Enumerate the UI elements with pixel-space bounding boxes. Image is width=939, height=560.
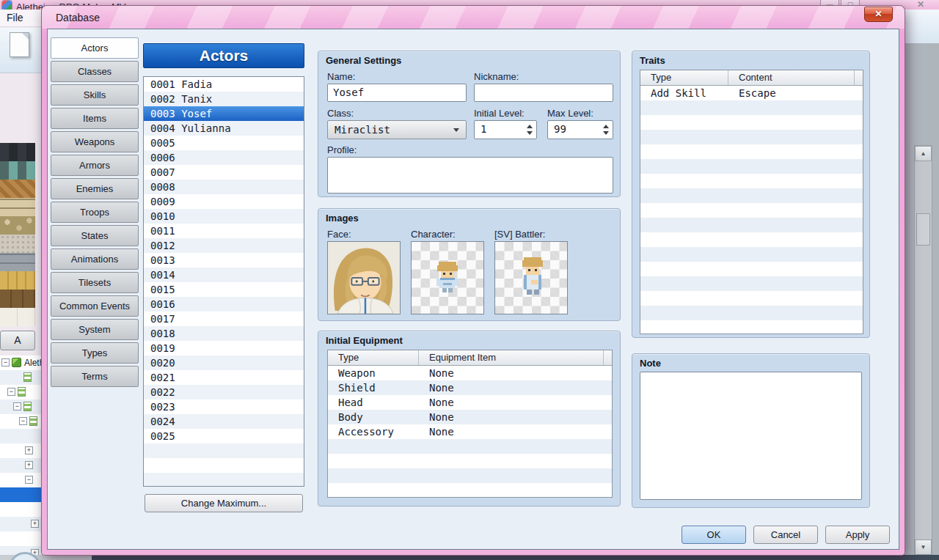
ok-button[interactable]: OK <box>682 526 746 544</box>
list-item[interactable]: 0012 <box>144 238 304 253</box>
table-row[interactable]: BodyNone <box>328 410 612 424</box>
tab-items[interactable]: Items <box>51 108 139 129</box>
tree-item[interactable] <box>0 370 42 385</box>
list-item[interactable]: 0020 <box>144 355 304 370</box>
tree-item[interactable]: − <box>0 473 42 487</box>
palette-tile-cobblestone[interactable] <box>0 216 35 235</box>
list-item[interactable]: 0023 <box>144 399 304 414</box>
collapse-icon[interactable]: − <box>25 476 33 484</box>
table-row[interactable]: WeaponNone <box>328 366 612 380</box>
list-item[interactable]: 0002 Tanix <box>144 92 304 106</box>
dialog-close-button[interactable]: ✕ <box>864 7 893 22</box>
table-row-empty[interactable] <box>640 188 863 203</box>
column-header[interactable]: Equipment Item <box>419 350 604 365</box>
palette-tile-stone-path[interactable] <box>0 198 35 216</box>
name-field[interactable]: Yosef <box>327 84 467 102</box>
list-item[interactable]: 0021 <box>144 370 304 385</box>
tab-armors[interactable]: Armors <box>51 155 139 176</box>
table-row-empty[interactable] <box>640 100 863 115</box>
close-icon[interactable]: ✕ <box>910 0 932 10</box>
palette-tile-gray-brick[interactable] <box>0 253 35 271</box>
tab-actors[interactable]: Actors <box>51 37 139 59</box>
spin-down-icon[interactable] <box>603 131 609 135</box>
tree-item[interactable]: + <box>0 458 42 473</box>
new-project-icon[interactable] <box>10 32 29 57</box>
face-image[interactable] <box>327 241 401 314</box>
table-row[interactable]: ShieldNone <box>328 380 612 395</box>
palette-tile-yellow-plank[interactable] <box>0 271 35 290</box>
table-row-empty[interactable] <box>640 115 863 130</box>
collapse-icon[interactable]: − <box>19 417 27 425</box>
expand-icon[interactable]: + <box>31 520 39 528</box>
nickname-field[interactable] <box>474 84 613 102</box>
scrollbar-thumb[interactable] <box>916 213 930 246</box>
tab-tilesets[interactable]: Tilesets <box>51 272 139 293</box>
table-row-empty[interactable] <box>640 174 863 188</box>
list-item[interactable]: 0016 <box>144 297 304 312</box>
list-item-empty[interactable] <box>144 443 304 458</box>
palette-tab-a[interactable]: A <box>0 331 35 350</box>
tab-animations[interactable]: Animations <box>51 248 139 270</box>
list-item[interactable]: 0003 Yosef <box>144 106 304 121</box>
table-row-empty[interactable] <box>328 439 612 454</box>
palette-tile-gravel[interactable] <box>0 235 35 253</box>
list-item[interactable]: 0022 <box>144 385 304 399</box>
list-item[interactable]: 0024 <box>144 414 304 429</box>
palette-tile-teal-stone[interactable] <box>0 161 35 180</box>
sv-battler-image[interactable] <box>494 241 568 314</box>
table-row-empty[interactable] <box>640 320 863 334</box>
table-row-empty[interactable] <box>640 130 863 144</box>
tileset-palette[interactable] <box>0 143 35 326</box>
list-item[interactable]: 0010 <box>144 209 304 224</box>
list-item-empty[interactable] <box>144 473 304 487</box>
tree-item[interactable] <box>0 429 42 443</box>
max-level-stepper[interactable]: 99 <box>547 120 613 139</box>
list-item[interactable]: 0025 <box>144 429 304 443</box>
tab-types[interactable]: Types <box>51 342 139 364</box>
tree-item[interactable]: −Aletheia <box>0 355 42 370</box>
column-header[interactable]: Type <box>640 70 728 85</box>
tree-item[interactable]: + <box>0 443 42 458</box>
expand-icon[interactable]: + <box>25 446 33 454</box>
list-item[interactable]: 0013 <box>144 253 304 268</box>
list-item[interactable]: 0018 <box>144 326 304 341</box>
collapse-icon[interactable]: − <box>1 358 10 366</box>
table-row-empty[interactable] <box>640 232 863 247</box>
table-row-empty[interactable] <box>640 159 863 174</box>
tree-item[interactable] <box>0 487 42 502</box>
table-row-empty[interactable] <box>328 468 612 483</box>
map-scrollbar[interactable]: ▲ ▼ <box>914 145 932 556</box>
palette-tile-dark-wood[interactable] <box>0 290 35 308</box>
table-row-empty[interactable] <box>328 454 612 468</box>
list-item[interactable]: 0006 <box>144 150 304 165</box>
list-item-empty[interactable] <box>144 458 304 473</box>
collapse-icon[interactable]: − <box>7 388 15 396</box>
table-row-empty[interactable] <box>640 218 863 232</box>
column-header[interactable]: Type <box>328 350 419 365</box>
list-item[interactable]: 0007 <box>144 165 304 180</box>
list-item[interactable]: 0009 <box>144 194 304 209</box>
cancel-button[interactable]: Cancel <box>753 526 818 544</box>
tree-item[interactable]: + <box>0 517 42 531</box>
scroll-down-icon[interactable]: ▼ <box>915 539 932 555</box>
column-header[interactable]: Content <box>728 70 855 85</box>
tab-enemies[interactable]: Enemies <box>51 178 139 199</box>
scroll-up-icon[interactable]: ▲ <box>915 146 932 161</box>
table-row-empty[interactable] <box>640 262 863 276</box>
tab-weapons[interactable]: Weapons <box>51 131 139 152</box>
tab-classes[interactable]: Classes <box>51 61 139 82</box>
list-item[interactable]: 0008 <box>144 180 304 194</box>
tab-common-events[interactable]: Common Events <box>51 295 139 317</box>
table-row-empty[interactable] <box>640 203 863 218</box>
list-item[interactable]: 0011 <box>144 224 304 238</box>
tree-item[interactable]: − <box>0 385 42 399</box>
list-item[interactable]: 0004 Yulianna <box>144 121 304 136</box>
tree-item[interactable] <box>0 531 42 546</box>
list-item[interactable]: 0015 <box>144 282 304 297</box>
change-maximum-button[interactable]: Change Maximum... <box>145 494 303 512</box>
list-item[interactable]: 0005 <box>144 136 304 150</box>
table-row-empty[interactable] <box>640 247 863 262</box>
table-row-empty[interactable] <box>640 291 863 306</box>
class-dropdown[interactable]: Miraclist <box>327 120 467 139</box>
list-item[interactable]: 0019 <box>144 341 304 355</box>
